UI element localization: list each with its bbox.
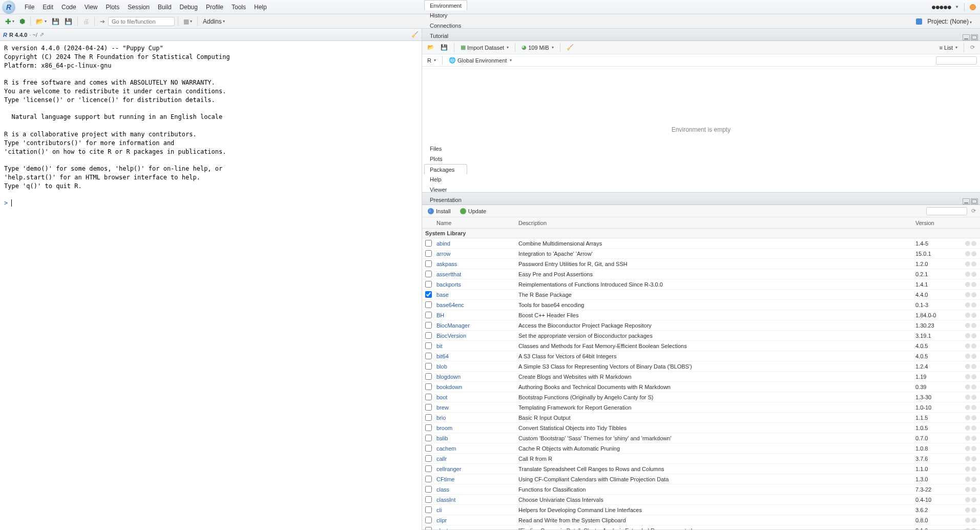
package-remove-icon[interactable] bbox=[971, 384, 976, 390]
package-remove-icon[interactable] bbox=[971, 354, 976, 359]
menu-item-profile[interactable]: Profile bbox=[202, 4, 227, 11]
package-link[interactable]: brio bbox=[436, 415, 446, 421]
package-checkbox[interactable] bbox=[425, 455, 432, 462]
refresh-packages-button[interactable]: ⟳ bbox=[969, 207, 978, 215]
package-remove-icon[interactable] bbox=[971, 272, 976, 277]
package-web-icon[interactable] bbox=[965, 497, 970, 502]
package-link[interactable]: brew bbox=[436, 404, 449, 411]
package-link[interactable]: abind bbox=[436, 240, 450, 247]
package-remove-icon[interactable] bbox=[971, 323, 976, 328]
save-button[interactable]: 💾 bbox=[50, 17, 61, 26]
tab-tutorial[interactable]: Tutorial bbox=[424, 30, 467, 40]
dropdown-caret-icon[interactable]: ▼ bbox=[955, 5, 959, 9]
tab-files[interactable]: Files bbox=[424, 143, 467, 153]
new-project-button[interactable]: ⬢ bbox=[17, 16, 27, 26]
menu-item-debug[interactable]: Debug bbox=[176, 4, 202, 11]
package-checkbox[interactable] bbox=[425, 353, 432, 359]
package-web-icon[interactable] bbox=[965, 518, 970, 523]
package-web-icon[interactable] bbox=[965, 302, 970, 308]
package-web-icon[interactable] bbox=[965, 364, 970, 369]
package-checkbox[interactable] bbox=[425, 404, 432, 411]
package-checkbox[interactable] bbox=[425, 476, 432, 482]
package-web-icon[interactable] bbox=[965, 374, 970, 379]
package-web-icon[interactable] bbox=[965, 395, 970, 400]
tab-packages[interactable]: Packages bbox=[424, 164, 467, 174]
package-checkbox[interactable] bbox=[425, 486, 432, 493]
package-remove-icon[interactable] bbox=[971, 487, 976, 492]
package-remove-icon[interactable] bbox=[971, 436, 976, 441]
package-checkbox[interactable] bbox=[425, 394, 432, 400]
package-web-icon[interactable] bbox=[965, 272, 970, 277]
package-link[interactable]: cli bbox=[436, 507, 442, 513]
package-remove-icon[interactable] bbox=[971, 302, 976, 308]
package-checkbox[interactable] bbox=[425, 424, 432, 431]
package-link[interactable]: base bbox=[436, 292, 449, 298]
package-link[interactable]: cachem bbox=[436, 445, 456, 452]
package-checkbox[interactable] bbox=[425, 250, 432, 257]
menu-item-build[interactable]: Build bbox=[154, 4, 176, 11]
menu-item-help[interactable]: Help bbox=[250, 4, 271, 11]
package-link[interactable]: blogdown bbox=[436, 374, 461, 380]
package-link[interactable]: blob bbox=[436, 363, 447, 370]
package-checkbox[interactable] bbox=[425, 506, 432, 513]
package-link[interactable]: class bbox=[436, 486, 449, 493]
package-web-icon[interactable] bbox=[965, 477, 970, 482]
minimize-panel-icon[interactable] bbox=[963, 34, 970, 40]
save-all-button[interactable]: 💾 bbox=[62, 17, 74, 26]
package-web-icon[interactable] bbox=[965, 292, 970, 297]
package-link[interactable]: broom bbox=[436, 425, 452, 431]
console-body[interactable]: R version 4.4.0 (2024-04-24) -- "Puppy C… bbox=[0, 41, 422, 530]
package-remove-icon[interactable] bbox=[971, 313, 976, 318]
package-checkbox[interactable] bbox=[425, 435, 432, 441]
package-remove-icon[interactable] bbox=[971, 343, 976, 349]
package-web-icon[interactable] bbox=[965, 456, 970, 461]
package-remove-icon[interactable] bbox=[971, 241, 976, 246]
refresh-env-button[interactable]: ⟳ bbox=[968, 43, 977, 52]
tab-help[interactable]: Help bbox=[424, 174, 467, 184]
package-remove-icon[interactable] bbox=[971, 292, 976, 297]
pkg-table-body[interactable]: System Library abindCombine Multidimensi… bbox=[422, 229, 980, 529]
package-web-icon[interactable] bbox=[965, 466, 970, 472]
package-web-icon[interactable] bbox=[965, 446, 970, 451]
package-checkbox[interactable] bbox=[425, 322, 432, 329]
package-link[interactable]: cellranger bbox=[436, 466, 461, 472]
clear-console-icon[interactable]: 🧹 bbox=[411, 31, 419, 38]
package-web-icon[interactable] bbox=[965, 333, 970, 338]
package-web-icon[interactable] bbox=[965, 507, 970, 513]
tab-history[interactable]: History bbox=[424, 10, 467, 20]
package-checkbox[interactable] bbox=[425, 383, 432, 390]
package-checkbox[interactable] bbox=[425, 301, 432, 308]
package-checkbox[interactable] bbox=[425, 465, 432, 472]
menu-item-view[interactable]: View bbox=[80, 4, 102, 11]
grid-button[interactable]: ▦▾ bbox=[181, 17, 194, 26]
package-link[interactable]: bit64 bbox=[436, 353, 449, 359]
package-link[interactable]: classInt bbox=[436, 497, 455, 503]
package-web-icon[interactable] bbox=[965, 323, 970, 328]
package-web-icon[interactable] bbox=[965, 405, 970, 410]
package-remove-icon[interactable] bbox=[971, 261, 976, 267]
package-remove-icon[interactable] bbox=[971, 456, 976, 461]
package-web-icon[interactable] bbox=[965, 415, 970, 420]
install-button[interactable]: Install bbox=[424, 207, 454, 216]
package-remove-icon[interactable] bbox=[971, 477, 976, 482]
package-checkbox[interactable] bbox=[425, 342, 432, 349]
print-button[interactable]: 🖨 bbox=[81, 17, 91, 26]
package-remove-icon[interactable] bbox=[971, 507, 976, 513]
tab-environment[interactable]: Environment bbox=[424, 0, 467, 10]
menu-item-file[interactable]: File bbox=[20, 4, 38, 11]
package-remove-icon[interactable] bbox=[971, 282, 976, 287]
import-dataset-button[interactable]: ▦ Import Dataset▾ bbox=[458, 43, 511, 52]
package-checkbox[interactable] bbox=[425, 496, 432, 503]
package-checkbox[interactable] bbox=[425, 527, 432, 529]
package-remove-icon[interactable] bbox=[971, 528, 976, 530]
package-web-icon[interactable] bbox=[965, 436, 970, 441]
package-remove-icon[interactable] bbox=[971, 425, 976, 431]
goto-arrow-icon[interactable]: ➔ bbox=[98, 17, 107, 26]
save-workspace-button[interactable]: 💾 bbox=[439, 43, 450, 52]
package-checkbox[interactable] bbox=[425, 373, 432, 380]
package-remove-icon[interactable] bbox=[971, 415, 976, 420]
package-remove-icon[interactable] bbox=[971, 374, 976, 379]
memory-usage-button[interactable]: ◕ 109 MiB▾ bbox=[519, 43, 555, 52]
view-mode-button[interactable]: ≡ List▾ bbox=[937, 44, 960, 52]
package-web-icon[interactable] bbox=[965, 528, 970, 530]
